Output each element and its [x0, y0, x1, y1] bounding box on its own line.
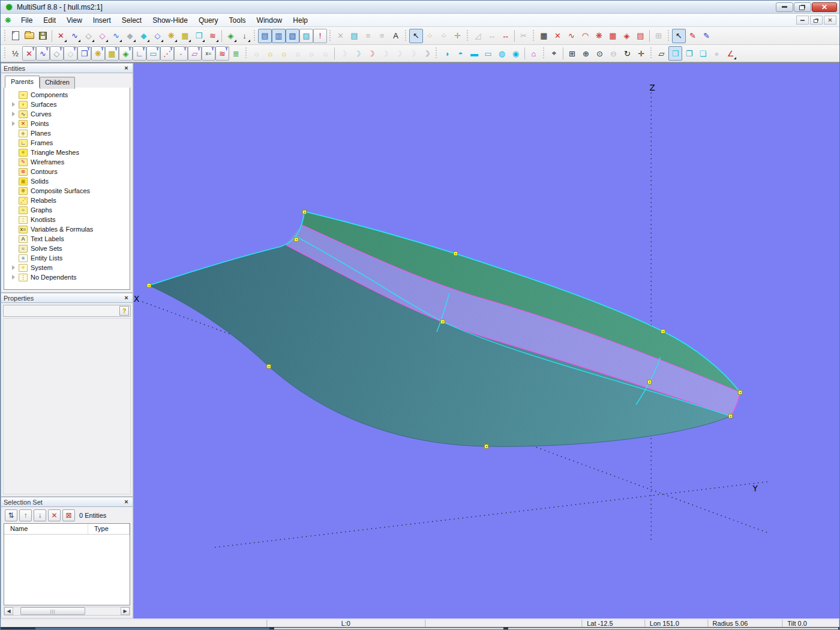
probe-button[interactable]: ⌖ — [547, 46, 561, 61]
mdi-close-button[interactable]: ✕ — [824, 16, 836, 25]
tab-parents[interactable]: Parents — [5, 76, 40, 88]
hide-composites-button[interactable]: ❋ — [592, 29, 606, 43]
section-view-button[interactable]: ∠ — [724, 46, 737, 61]
hide-curves-button[interactable]: ∿ — [565, 29, 578, 43]
trim-button[interactable]: ✂ — [517, 29, 530, 43]
measure-span-button[interactable]: ↔ — [499, 29, 512, 43]
entities-panel-header[interactable]: Entities × — [1, 64, 133, 73]
minimize-button[interactable] — [776, 2, 793, 12]
tree-item-knotlists[interactable]: :Knotlists — [4, 215, 130, 224]
show-filtered-button[interactable]: ≣ — [229, 46, 243, 61]
hide-list-lamp-button[interactable]: ☽ — [350, 46, 364, 61]
clear-selection-button[interactable]: ⊠ — [62, 509, 75, 521]
toolbar-grip[interactable] — [329, 30, 332, 42]
open-file-button[interactable] — [22, 29, 36, 43]
filter-contours-button[interactable]: ≋T — [215, 46, 229, 61]
surface-cyan-tool-button[interactable]: ◆ — [137, 29, 151, 43]
scroll-right-arrow[interactable]: ▶ — [121, 607, 130, 615]
view-perspective-button[interactable]: ◍ — [495, 46, 509, 61]
scroll-thumb[interactable]: ||| — [20, 607, 85, 615]
filter-wireframes-button[interactable]: ▱T — [188, 46, 202, 61]
hide-points-button[interactable]: ✕ — [551, 29, 565, 43]
view-port-button[interactable]: ▬ — [467, 46, 481, 61]
pan-view-button[interactable]: ✛ — [634, 46, 648, 61]
properties-close-icon[interactable]: × — [122, 295, 130, 302]
help-button[interactable]: ? — [119, 306, 129, 316]
tab-children[interactable]: Children — [40, 77, 75, 89]
hide-points-lamp-button[interactable]: ☽ — [364, 46, 378, 61]
hull-model[interactable] — [147, 210, 742, 448]
surface-tool-button[interactable]: ◇ — [82, 29, 95, 43]
properties-panel-header[interactable]: Properties × — [1, 293, 133, 303]
menu-window[interactable]: Window — [251, 14, 288, 26]
collapse-selection-button[interactable]: ≡ — [375, 29, 389, 43]
view-bow-button[interactable]: ◑ — [440, 46, 454, 61]
filter-variables-button[interactable]: x=T — [202, 46, 215, 61]
zoom-scale-button[interactable]: ⊙ — [593, 46, 607, 61]
measure-angle-button[interactable]: ◿ — [471, 29, 485, 43]
wireframe-mode-button[interactable]: ▱ — [655, 46, 668, 61]
menu-help[interactable]: Help — [287, 14, 313, 26]
menu-select[interactable]: Select — [116, 14, 147, 26]
view-top-button[interactable]: ◓ — [454, 46, 467, 61]
expand-selection-button[interactable]: ≡ — [361, 29, 375, 43]
tree-item-triangle-meshes[interactable]: ✳Triangle Meshes — [4, 148, 130, 157]
zoom-out-button[interactable]: ⊖ — [607, 46, 620, 61]
hide-surfaces-lamp-button[interactable]: ☽ — [378, 46, 392, 61]
menu-insert[interactable]: Insert — [88, 14, 116, 26]
view-bottom-button[interactable]: ◉ — [509, 46, 523, 61]
scroll-track[interactable]: ||| — [13, 607, 121, 615]
home-view-button[interactable]: ⌂ — [527, 46, 541, 61]
toolbar-grip[interactable] — [245, 47, 248, 59]
hide-meshes-button[interactable]: ▦ — [606, 29, 620, 43]
insert-more-dropdown[interactable]: ↓ — [238, 29, 251, 43]
tree-item-system[interactable]: ✳System — [4, 263, 130, 272]
selection-panel-header[interactable]: Selection Set × — [1, 497, 133, 507]
properties-pane-toggle[interactable]: ▥ — [272, 29, 286, 43]
menu-tools[interactable]: Tools — [224, 14, 251, 26]
tree-item-solve-sets[interactable]: =Solve Sets — [4, 244, 130, 253]
filter-relabels-button[interactable]: ⋰T — [160, 46, 174, 61]
tree-item-components[interactable]: ⌁Components — [4, 90, 130, 100]
snap-point-button[interactable]: ✛ — [451, 29, 464, 43]
selection-list[interactable] — [4, 535, 130, 605]
hide-lamp-button[interactable]: ☽ — [337, 46, 350, 61]
selection-close-icon[interactable]: × — [122, 499, 130, 506]
tree-item-text-labels[interactable]: AText Labels — [4, 234, 130, 244]
point-tool-button[interactable]: ✕ — [54, 29, 68, 43]
menu-file[interactable]: File — [16, 14, 38, 26]
toolbar-grip[interactable] — [650, 47, 653, 59]
tree-item-surfaces[interactable]: ◗Surfaces — [4, 100, 130, 109]
hide-lists-button[interactable]: ▤ — [634, 29, 647, 43]
show-list-lamp-button[interactable]: ☼ — [263, 46, 277, 61]
scroll-left-arrow[interactable]: ◀ — [4, 607, 13, 615]
edit-point-button[interactable]: ✎ — [686, 29, 700, 43]
show-children-lamp-button[interactable]: ☼ — [319, 46, 332, 61]
toolbar-grip[interactable] — [4, 47, 7, 59]
selection-column-type[interactable]: Type — [88, 524, 130, 534]
tree-item-frames[interactable]: ∟Frames — [4, 138, 130, 148]
entities-close-icon[interactable]: × — [122, 65, 130, 72]
curve-tool-button[interactable]: ∿ — [68, 29, 82, 43]
selection-pane-toggle[interactable]: ▧ — [286, 29, 299, 43]
filter-meshes-button[interactable]: ▦T — [105, 46, 119, 61]
toolbar-grip[interactable] — [532, 30, 535, 42]
fraction-filter-button[interactable]: ½ — [8, 46, 22, 61]
surface-gray-tool-button[interactable]: ◆ — [123, 29, 137, 43]
tree-item-entity-lists[interactable]: ≡Entity Lists — [4, 253, 130, 263]
description-pane-toggle[interactable]: ▨ — [299, 29, 313, 43]
tree-item-graphs[interactable]: ≈Graphs — [4, 205, 130, 215]
snap-grid-on-button[interactable]: ⁘ — [423, 29, 437, 43]
hide-children-lamp-button[interactable]: ☽ — [406, 46, 419, 61]
edit-curve-button[interactable]: ✎ — [700, 29, 713, 43]
toolbar-grip[interactable] — [253, 30, 256, 42]
menu-query[interactable]: Query — [193, 14, 224, 26]
grid-visible-button[interactable]: ▦ — [537, 29, 551, 43]
filter-frames-button[interactable]: ∟T — [133, 46, 146, 61]
error-pane-toggle[interactable]: ! — [313, 29, 327, 43]
tree-item-relabels[interactable]: ⋰Relabels — [4, 196, 130, 205]
wireframe-tool-button[interactable]: ◇ — [151, 29, 164, 43]
solid-tool-button[interactable]: ❒ — [192, 29, 206, 43]
expand-arrow-icon[interactable] — [11, 265, 17, 271]
tree-item-contours[interactable]: ≋Contours — [4, 167, 130, 176]
